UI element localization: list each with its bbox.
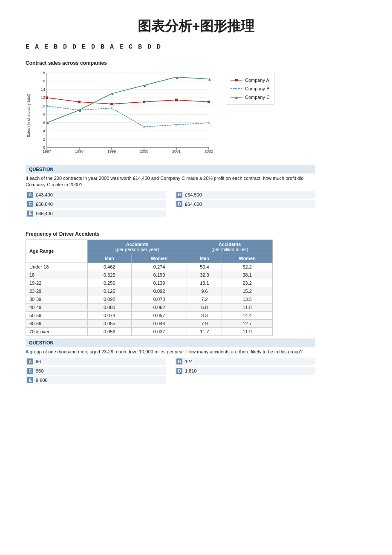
t-option-label-e: E [27,377,33,383]
t-option-label-c: C [27,368,33,374]
chart1-legend: Company A × Company B ▲ Company C [226,73,274,104]
svg-text:12: 12 [41,95,45,100]
svg-text:6: 6 [43,121,45,125]
t-option-value-e: 9,600 [36,378,48,383]
option-a[interactable]: A £43,400 [26,191,166,199]
legend-item-b: × Company B [231,84,270,93]
option-value-d: £64,600 [185,202,202,207]
svg-text:▲: ▲ [143,83,147,88]
option-value-a: £43,400 [36,192,53,197]
svg-text:1999: 1999 [107,149,116,153]
svg-text:1997: 1997 [43,149,51,153]
legend-label-a: Company A [245,76,269,84]
table-row: Under 18 0.462 0.274 50.4 52.2 [26,263,273,271]
t-option-value-d: 1,810 [185,368,197,373]
t-option-value-c: 960 [36,368,43,373]
svg-rect-39 [175,99,178,101]
svg-text:▲: ▲ [234,95,239,100]
table1-question-text: A group of one thousand men, aged 23-29,… [26,349,315,355]
t-option-value-b: 124 [185,359,193,364]
th-acc-mile: Accidents(per million miles) [187,240,273,254]
t-option-d[interactable]: D 1,810 [175,367,315,375]
option-value-c: £58,840 [36,202,53,207]
option-c[interactable]: C £58,840 [26,200,166,208]
th-person-men: Men [87,254,131,263]
svg-text:×: × [175,123,178,127]
table-row: 30-39 0.092 0.073 7.2 13.5 [26,295,273,303]
t-option-b[interactable]: B 124 [175,358,315,365]
t-option-label-a: A [27,358,33,364]
svg-rect-37 [110,103,113,105]
page-title: 图表分析+图形推理 [26,17,366,36]
legend-label-b: Company B [245,84,269,93]
svg-text:▲: ▲ [175,75,179,80]
svg-rect-35 [46,96,48,99]
table1-question-label: QUESTION [26,338,315,347]
t-option-value-a: 96 [36,359,41,364]
svg-text:2001: 2001 [172,149,181,153]
table-row: 70 & over 0.056 0.037 11.7 11.9 [26,327,273,335]
option-label-c: C [27,201,33,207]
table-row: 23-29 0.125 0.092 9.6 15.2 [26,287,273,295]
table-row: 40-49 0.080 0.062 6.8 11.8 [26,303,273,311]
option-e[interactable]: E £86,400 [26,210,166,217]
legend-label-c: Company C [245,93,270,101]
option-label-a: A [27,192,33,198]
chart1-question-text: If each of the 200 contracts in year 200… [26,175,315,188]
svg-text:18: 18 [41,71,45,75]
svg-text:2002: 2002 [205,149,213,153]
option-value-b: £54,500 [185,192,202,197]
svg-text:14: 14 [41,87,45,92]
legend-item-c: ▲ Company C [231,93,270,101]
table-row: 50-59 0.078 0.057 8.3 14.4 [26,311,273,319]
chart1-options: A £43,400 B £54,500 C £58,840 D £64,600 … [26,191,315,218]
t-option-a[interactable]: A 96 [26,358,166,365]
t-option-e[interactable]: E 9,600 [26,376,166,384]
svg-text:1998: 1998 [75,149,84,153]
svg-text:×: × [143,124,145,129]
svg-text:×: × [234,87,237,91]
th-mile-women: Women [222,254,273,263]
chart1-question-label: QUESTION [26,165,315,173]
table-section: Frequency of Driver Accidents Age Range … [26,231,366,385]
svg-text:×: × [208,121,210,125]
svg-text:▲: ▲ [208,77,212,81]
svg-text:▲: ▲ [110,91,115,96]
table-row: 18 0.325 0.199 32.3 38.1 [26,271,273,279]
svg-text:▲: ▲ [46,120,50,125]
svg-text:10: 10 [41,104,45,108]
t-option-label-d: D [176,368,182,374]
svg-text:16: 16 [41,79,45,83]
legend-item-a: Company A [231,76,270,84]
option-label-b: B [176,192,182,198]
table1-title: Frequency of Driver Accidents [26,231,366,237]
table1-options: A 96 B 124 C 960 D 1,810 E 9,600 [26,358,315,385]
option-d[interactable]: D £64,600 [175,200,315,208]
chart1-svg: Sales (% of industry total) 0 2 4 6 8 10 [26,69,222,162]
svg-rect-40 [208,101,210,103]
t-option-label-b: B [176,358,182,364]
th-age-range: Age Range [26,240,88,263]
svg-text:Sales (% of industry total): Sales (% of industry total) [26,94,31,138]
chart1-container: Sales (% of industry total) 0 2 4 6 8 10 [26,69,366,162]
th-acc-person: Accidents(per person per year) [87,240,187,254]
table-row: 60-69 0.055 0.046 7.9 12.7 [26,319,273,327]
option-label-d: D [176,201,182,207]
svg-text:4: 4 [43,129,45,133]
svg-text:▲: ▲ [78,108,82,113]
t-option-c[interactable]: C 960 [26,367,166,375]
th-mile-men: Men [187,254,222,263]
th-person-women: Women [131,254,187,263]
svg-text:2: 2 [43,137,45,142]
chart1-title: Contract sales across companies [26,60,366,66]
svg-text:2000: 2000 [140,149,148,153]
svg-text:×: × [46,104,48,109]
option-label-e: E [27,211,33,217]
accidents-table: Age Range Accidents(per person per year)… [26,240,273,336]
svg-rect-36 [78,101,81,103]
option-value-e: £86,400 [36,211,53,216]
svg-rect-38 [143,101,145,103]
svg-text:×: × [110,106,113,110]
chart-section-1: Contract sales across companies Sales (%… [26,60,366,218]
option-b[interactable]: B £54,500 [175,191,315,199]
